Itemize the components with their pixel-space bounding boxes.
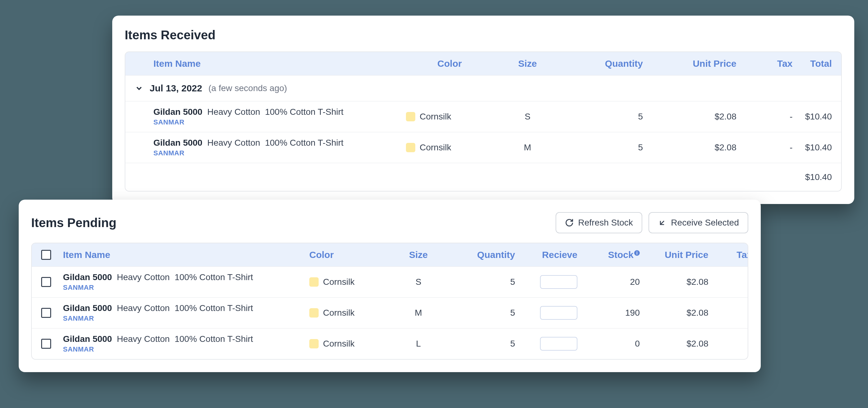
color-swatch (309, 277, 319, 287)
info-icon[interactable]: i (634, 250, 640, 256)
group-date: Jul 13, 2022 (150, 83, 202, 94)
stock-value: 0 (578, 339, 640, 349)
qty-value: 5 (446, 277, 515, 287)
receive-selected-button[interactable]: Receive Selected (649, 212, 748, 233)
refresh-icon (565, 218, 574, 227)
qty-value: 5 (562, 143, 643, 152)
item-name: Gildan 5000 Heavy Cotton 100% Cotton T-S… (63, 334, 309, 344)
receive-icon (658, 218, 666, 227)
color-swatch (309, 308, 319, 318)
col-unit-price: Unit Price (640, 250, 708, 260)
chevron-down-icon (135, 84, 144, 93)
receive-input[interactable] (540, 306, 578, 320)
col-color: Color (309, 250, 390, 260)
item-name: Gildan 5000 Heavy Cotton 100% Cotton T-S… (63, 303, 309, 313)
unit-price-value: $2.08 (640, 277, 708, 287)
item-name: Gildan 5000 Heavy Cotton 100% Cotton T-S… (153, 107, 406, 117)
color-swatch (406, 143, 415, 152)
received-group-row[interactable]: Jul 13, 2022 (a few seconds ago) (125, 75, 841, 101)
color-name: Cornsilk (323, 339, 354, 349)
tax-value: - (737, 143, 793, 152)
col-receive: Recieve (515, 250, 578, 260)
tax-value: - (708, 339, 748, 349)
col-tax: Tax (737, 58, 793, 69)
unit-price-value: $2.08 (643, 143, 737, 152)
received-table-header: Item Name Color Size Quantity Unit Price… (125, 52, 841, 75)
pending-row: Gildan 5000 Heavy Cotton 100% Cotton T-S… (32, 266, 748, 297)
col-size: Size (390, 250, 446, 260)
receive-input[interactable] (540, 337, 578, 351)
total-value: $10.40 (793, 172, 832, 182)
group-ago: (a few seconds ago) (208, 83, 287, 93)
size-value: M (493, 143, 562, 152)
received-row: Gildan 5000 Heavy Cotton 100% Cotton T-S… (125, 101, 841, 132)
item-name: Gildan 5000 Heavy Cotton 100% Cotton T-S… (63, 272, 309, 282)
pending-table-header: Item Name Color Size Quantity Recieve St… (32, 243, 748, 266)
vendor-label: SANMAR (63, 284, 309, 292)
col-color: Color (406, 58, 493, 69)
pending-row: Gildan 5000 Heavy Cotton 100% Cotton T-S… (32, 297, 748, 328)
col-quantity: Quantity (446, 250, 515, 260)
vendor-label: SANMAR (153, 118, 406, 126)
pending-row: Gildan 5000 Heavy Cotton 100% Cotton T-S… (32, 328, 748, 359)
color-swatch (309, 339, 319, 348)
received-row: Gildan 5000 Heavy Cotton 100% Cotton T-S… (125, 132, 841, 163)
unit-price-value: $2.08 (640, 308, 708, 318)
qty-value: 5 (446, 308, 515, 318)
col-unit-price: Unit Price (643, 58, 737, 69)
stock-value: 20 (578, 277, 640, 287)
col-quantity: Quantity (562, 58, 643, 69)
refresh-stock-label: Refresh Stock (578, 218, 633, 228)
color-name: Cornsilk (323, 308, 354, 318)
color-name: Cornsilk (420, 112, 451, 122)
received-table: Item Name Color Size Quantity Unit Price… (125, 52, 842, 192)
vendor-label: SANMAR (153, 149, 406, 157)
tax-value: - (708, 277, 748, 287)
receive-input[interactable] (540, 275, 578, 289)
items-pending-card: Items Pending Refresh Stock Receive Sele… (19, 200, 761, 372)
refresh-stock-button[interactable]: Refresh Stock (556, 212, 642, 233)
received-row-partial: $10.40 (125, 163, 841, 191)
qty-value: 5 (562, 112, 643, 122)
unit-price-value: $2.08 (643, 112, 737, 122)
vendor-label: SANMAR (63, 314, 309, 323)
receive-selected-label: Receive Selected (671, 218, 739, 228)
color-name: Cornsilk (323, 277, 354, 287)
total-value: $10.40 (793, 112, 832, 122)
col-tax: Tax (708, 250, 748, 260)
vendor-label: SANMAR (63, 345, 309, 353)
col-total: Total (793, 58, 832, 69)
pending-table: Item Name Color Size Quantity Recieve St… (31, 243, 748, 360)
row-checkbox[interactable] (41, 339, 51, 349)
select-all-checkbox[interactable] (41, 250, 51, 260)
color-swatch (406, 112, 415, 121)
col-stock: Stocki (578, 250, 640, 260)
col-item-name: Item Name (135, 58, 406, 69)
size-value: M (390, 308, 446, 318)
item-name: Gildan 5000 Heavy Cotton 100% Cotton T-S… (153, 138, 406, 148)
col-item-name: Item Name (63, 250, 309, 260)
stock-value: 190 (578, 308, 640, 318)
size-value: L (390, 339, 446, 349)
items-pending-title: Items Pending (31, 216, 116, 230)
items-received-card: Items Received Item Name Color Size Quan… (112, 16, 854, 204)
total-value: $10.40 (793, 143, 832, 152)
tax-value: - (708, 308, 748, 318)
unit-price-value: $2.08 (640, 339, 708, 349)
row-checkbox[interactable] (41, 277, 51, 287)
size-value: S (493, 112, 562, 122)
tax-value: - (737, 112, 793, 122)
row-checkbox[interactable] (41, 308, 51, 318)
color-name: Cornsilk (420, 143, 451, 152)
qty-value: 5 (446, 339, 515, 349)
col-size: Size (493, 58, 562, 69)
size-value: S (390, 277, 446, 287)
items-received-title: Items Received (125, 28, 215, 42)
